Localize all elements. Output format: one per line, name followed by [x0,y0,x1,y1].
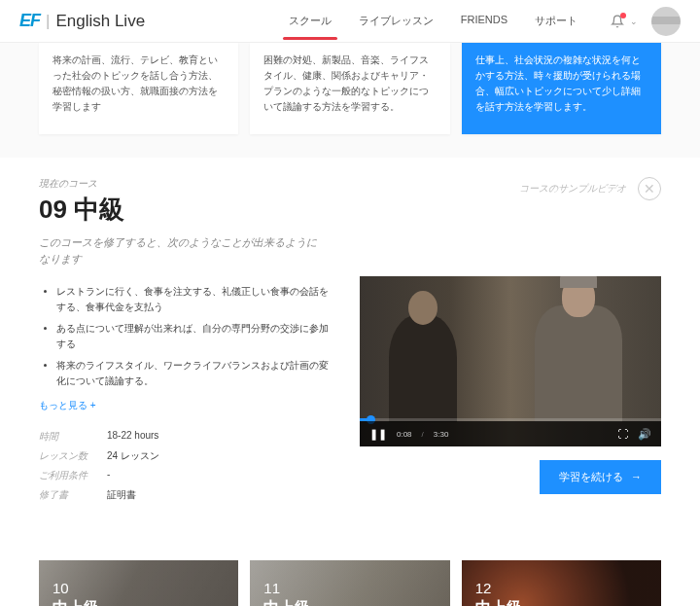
volume-icon[interactable]: 🔊 [638,428,651,441]
course-level: 中上級 [263,598,310,606]
course-card-10[interactable]: 10中上級 [39,560,238,606]
meta-req-label: ご利用条件 [39,469,107,482]
summary-card-3[interactable]: 仕事上、社会状況の複雑な状況を何とかする方法、時々援助が受けられる場合、幅広いト… [462,43,661,134]
summary-card-1[interactable]: 将来の計画、流行、テレビ、教育といった社会のトピックを話し合う方法、秘密情報の扱… [39,43,238,134]
nav-school[interactable]: スクール [275,0,345,42]
course-card-11[interactable]: 11中上級 [250,560,449,606]
top-header: EF | English Live スクール ライブレッスン FRIENDS サ… [0,0,700,43]
fullscreen-icon[interactable]: ⛶ [617,428,628,440]
meta-cert-label: 修了書 [39,488,107,502]
video-current-time: 0:08 [397,430,412,439]
meta-lessons-value: 24 レッスン [107,449,159,463]
current-course-label: 現在のコース [39,177,321,191]
course-number: 10 [52,580,99,596]
logo-ef: EF [19,11,40,31]
course-number: 11 [263,580,310,596]
course-subtitle: このコースを修了すると、次のようなことが出来るようになります [39,234,321,267]
course-level: 中上級 [52,598,99,606]
summary-cards: 将来の計画、流行、テレビ、教育といった社会のトピックを話し合う方法、秘密情報の扱… [0,43,700,158]
course-grid: 10中上級 11中上級 12中上級 [0,537,700,606]
video-thumbnail [389,315,457,422]
nav-friends[interactable]: FRIENDS [447,0,521,42]
nav-support[interactable]: サポート [521,0,591,42]
course-number: 12 [475,580,522,596]
summary-card-2[interactable]: 困難の対処、新製品、音楽、ライフスタイル、健康、関係およびキャリア・プランのよう… [250,43,449,134]
meta-lessons-label: レッスン数 [39,449,107,463]
header-actions: ⌄ [611,7,681,36]
nav-live-lesson[interactable]: ライブレッスン [345,0,447,42]
logo-text: English Live [55,12,145,31]
course-meta: 時間18-22 hours レッスン数24 レッスン ご利用条件- 修了書証明書 [39,430,331,502]
chevron-down-icon[interactable]: ⌄ [630,17,638,26]
meta-req-value: - [107,469,110,482]
meta-cert-value: 証明書 [107,488,136,502]
current-course-section: 現在のコース 09 中級 このコースを修了すると、次のようなことが出来るようにな… [0,158,700,537]
outcome-item: 将来のライフスタイル、ワークライフバランスおよび計画の変化について議論する。 [56,358,331,389]
outcome-item: ある点について理解が出来れば、自分の専門分野の交渉に参加する [56,321,331,352]
video-thumbnail [535,305,622,422]
outcome-item: レストランに行く、食事を注文する、礼儀正しい食事の会話をする、食事代金を支払う [56,284,331,315]
notification-dot [620,13,626,18]
video-total-time: 3:30 [434,430,449,439]
close-icon[interactable]: ✕ [638,177,661,200]
continue-learning-button[interactable]: 学習を続ける→ [540,460,661,494]
pause-icon[interactable]: ❚❚ [369,428,387,441]
course-card-12[interactable]: 12中上級 [462,560,661,606]
main-nav: スクール ライブレッスン FRIENDS サポート [275,0,591,42]
user-avatar[interactable] [651,7,681,36]
course-level: 中上級 [475,598,522,606]
meta-time-value: 18-22 hours [107,430,158,444]
course-title: 09 中級 [39,193,321,227]
outcome-list: レストランに行く、食事を注文する、礼儀正しい食事の会話をする、食事代金を支払う … [39,284,331,389]
brand-logo[interactable]: EF | English Live [19,11,145,31]
arrow-right-icon: → [631,471,642,482]
show-more-link[interactable]: もっと見る + [39,399,96,412]
video-controls: ❚❚ 0:08 / 3:30 ⛶ 🔊 [360,421,661,446]
sample-video-player[interactable]: ❚❚ 0:08 / 3:30 ⛶ 🔊 [360,276,661,446]
sample-video-label: コースのサンプルビデオ [519,182,626,196]
notifications-icon[interactable] [611,15,624,28]
meta-time-label: 時間 [39,430,107,444]
